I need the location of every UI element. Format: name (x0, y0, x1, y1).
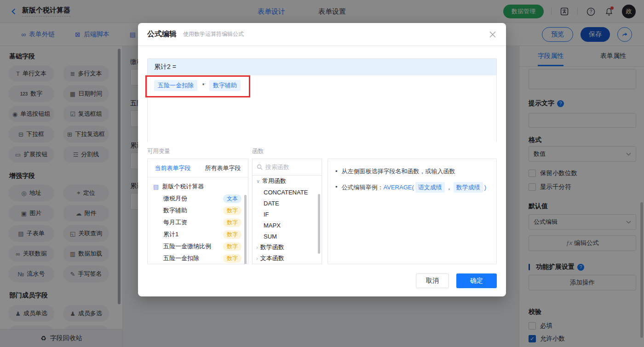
function-search-input[interactable] (265, 164, 311, 171)
type-badge-number: 数字 (223, 230, 242, 239)
app-root: 新版个税计算器 表单设计 表单设置 数据管理 ? 政 ∞ (0, 0, 644, 347)
chevron-collapsed-icon: › (256, 245, 258, 250)
search-icon (257, 164, 263, 170)
chevron-collapsed-icon: › (256, 256, 258, 261)
variables-scrollbar[interactable] (244, 195, 247, 264)
variables-panel: 当前表单字段 所有表单字段 ▤ 新版个税计算器 缴税月份 文本 数字辅助 数字 … (147, 159, 248, 264)
formula-target: 累计2 = (148, 59, 496, 75)
tip-example-line: • 公式编辑举例：AVERAGE(语文成绩，数学成绩) (334, 182, 490, 193)
variable-row[interactable]: 每月工资 数字 (148, 216, 248, 228)
modal-footer: 取消 确定 (416, 273, 497, 288)
variable-row[interactable]: 累计1 数字 (148, 228, 248, 240)
type-badge-number: 数字 (223, 254, 242, 263)
function-item[interactable]: SUM (253, 231, 322, 242)
variables-root-row[interactable]: ▤ 新版个税计算器 (148, 181, 248, 193)
formula-edit-modal: 公式编辑 使用数学运算符编辑公式 累计2 = 五险一金扣除 * 数字辅助 可用变… (138, 23, 506, 296)
formula-editor: 累计2 = 五险一金扣除 * 数字辅助 (147, 58, 497, 142)
variables-tabs: 当前表单字段 所有表单字段 (148, 159, 248, 177)
close-icon (489, 31, 496, 38)
function-item[interactable]: MAPX (253, 220, 322, 231)
variables-section-label: 可用变量 (147, 148, 170, 155)
function-group-common[interactable]: ∨ 常用函数 (253, 176, 322, 187)
function-group-text[interactable]: › 文本函数 (253, 253, 322, 264)
modal-title: 公式编辑 (147, 29, 177, 39)
variable-row[interactable]: 五险一金扣除 数字 (148, 252, 248, 264)
type-badge-text: 文本 (223, 194, 242, 203)
chevron-expanded-icon: ∨ (256, 178, 260, 184)
functions-section-label: 函数 (252, 148, 264, 155)
type-badge-number: 数字 (223, 206, 242, 215)
variable-row[interactable]: 数字辅助 数字 (148, 205, 248, 216)
functions-scrollbar[interactable] (318, 194, 320, 254)
function-group-math[interactable]: › 数学函数 (253, 242, 322, 253)
close-button[interactable] (488, 29, 498, 40)
tips-panel: • 从左侧面板选择字段名和函数，或输入函数 • 公式编辑举例：AVERAGE(语… (328, 159, 497, 264)
type-badge-number: 数字 (223, 242, 242, 251)
function-item[interactable]: DATE (253, 198, 322, 209)
functions-panel: ∨ 常用函数 CONCATENATE DATE IF MAPX SUM › 数学… (252, 159, 322, 264)
example-field-chip: 数学成绩 (454, 182, 483, 193)
annotation-red-box (145, 75, 250, 97)
variable-row[interactable]: 缴税月份 文本 (148, 193, 248, 205)
type-badge-number: 数字 (223, 218, 242, 227)
modal-header: 公式编辑 使用数学运算符编辑公式 (138, 23, 506, 46)
cancel-button[interactable]: 取消 (416, 273, 449, 288)
modal-subtitle: 使用数学运算符编辑公式 (183, 30, 244, 38)
example-field-chip: 语文成绩 (415, 182, 445, 193)
tab-all-form-fields[interactable]: 所有表单字段 (205, 164, 241, 172)
function-search (253, 159, 322, 176)
tip-line: • 从左侧面板选择字段名和函数，或输入函数 (334, 166, 490, 176)
function-item[interactable]: IF (253, 209, 322, 220)
function-item[interactable]: CONCATENATE (253, 187, 322, 198)
confirm-button[interactable]: 确定 (456, 273, 497, 288)
variable-row[interactable]: 五险一金缴纳比例 数字 (148, 240, 248, 252)
form-doc-icon: ▤ (153, 183, 159, 190)
variables-tree: ▤ 新版个税计算器 缴税月份 文本 数字辅助 数字 每月工资 数字 累计1 (148, 177, 248, 264)
tab-current-form-fields[interactable]: 当前表单字段 (155, 164, 191, 172)
